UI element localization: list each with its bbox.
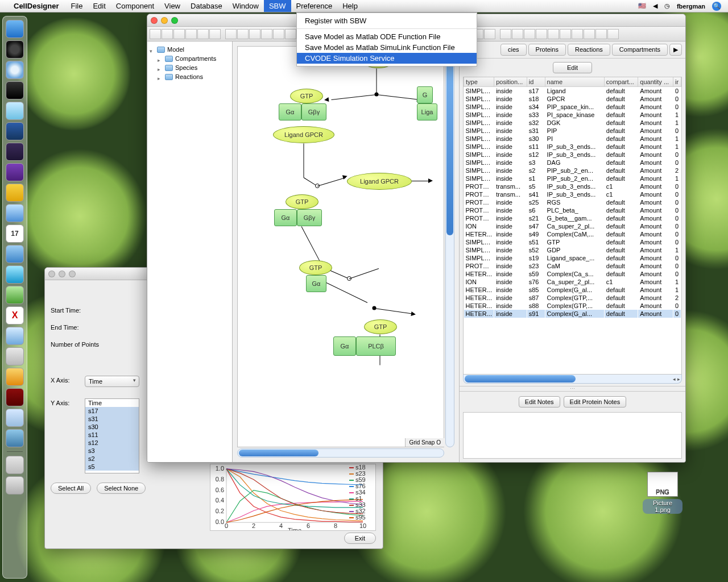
table-row[interactable]: PROTEINinsides21G_beta__gam...defaultAmo… [464, 214, 681, 222]
table-row[interactable]: SIMPLE_...insides2PIP_sub_2_en...default… [464, 167, 681, 174]
table-row[interactable]: HETER...insides91Complex(G_al...defaultA… [464, 310, 681, 318]
minimize-icon[interactable] [59, 271, 65, 277]
menu-window[interactable]: Window [228, 0, 264, 12]
realplayer-icon[interactable] [6, 245, 24, 263]
table-row[interactable]: SIMPLE_...insides34PIP_space_kin...defau… [464, 103, 681, 111]
toolbar-button[interactable] [524, 29, 535, 39]
col-header[interactable]: quantity ... [638, 77, 673, 87]
toolbar-button[interactable] [273, 29, 284, 39]
yaxis-list[interactable]: Times17s31s30s11s12s3s2s5 [85, 398, 139, 473]
col-header[interactable]: id [527, 77, 545, 87]
systemprefs-icon[interactable] [6, 347, 24, 365]
x11-icon[interactable]: X [6, 306, 24, 325]
diagram-vscroll[interactable] [445, 46, 454, 447]
toolbar-button[interactable] [536, 29, 547, 39]
itunes-icon[interactable] [6, 102, 24, 120]
tree-node[interactable]: Reactions [175, 73, 203, 80]
node-rect[interactable]: Gα [333, 336, 356, 356]
dropdown-item[interactable]: Save Model as Matlab ODE Function File [297, 31, 477, 42]
toolbar-button[interactable] [209, 29, 221, 39]
menu-component[interactable]: Component [111, 0, 159, 12]
table-row[interactable]: HETER...insides87Complex(GTP,...defaultA… [464, 294, 681, 302]
globe-icon[interactable] [6, 429, 24, 447]
node-rect[interactable]: G [417, 86, 433, 103]
select-none-button[interactable]: Select None [97, 483, 146, 494]
toolbar-button[interactable] [548, 29, 559, 39]
volume-icon[interactable]: ◀ [653, 2, 657, 10]
dropdown-item[interactable]: Save Model as Matlab SimuLink Function F… [297, 42, 477, 53]
node-rect[interactable]: Gβγ [297, 209, 322, 226]
table-row[interactable]: PROTEINtransm...s5IP_sub_3_ends...c1Amou… [464, 182, 681, 190]
node-rect[interactable]: Gα [306, 275, 326, 292]
node-rect[interactable]: Liga [417, 103, 437, 120]
edit-protein-notes-button[interactable]: Edit Protein Notes [564, 396, 627, 408]
yaxis-option[interactable]: s11 [85, 431, 139, 439]
yaxis-option[interactable]: s2 [85, 455, 139, 463]
mail-icon[interactable] [6, 456, 24, 474]
table-row[interactable]: HETER...insides88Complex(GTP,...defaultA… [464, 302, 681, 310]
table-row[interactable]: SIMPLE_...insides32DGKdefaultAmount1 [464, 119, 681, 127]
model-tree[interactable]: Model CompartmentsSpeciesReactions [147, 41, 233, 462]
menu-view[interactable]: View [159, 0, 185, 12]
zoom-icon[interactable] [171, 17, 178, 24]
ical-icon[interactable]: 17 [6, 225, 24, 243]
toolbar-button[interactable] [584, 29, 595, 39]
dropdown-item[interactable]: Register with SBW [297, 15, 477, 26]
yaxis-option[interactable]: s17 [85, 407, 139, 415]
toolbar-button[interactable] [249, 29, 260, 39]
table-row[interactable]: SIMPLE_...insides52GDPdefaultAmount1 [464, 246, 681, 254]
node-ellipse[interactable]: Ligand GPCR [347, 173, 412, 190]
toolbar-button[interactable] [572, 29, 583, 39]
toolbar-button[interactable] [607, 29, 619, 39]
finder-icon[interactable] [6, 20, 24, 38]
col-header[interactable]: ir [673, 77, 681, 87]
toolbar-button[interactable] [595, 29, 607, 39]
tab-more[interactable]: ▶ [669, 44, 682, 56]
tree-root[interactable]: Model [167, 46, 184, 53]
node-rect[interactable]: Gβγ [301, 103, 326, 120]
clock-icon[interactable]: ◷ [664, 2, 670, 10]
table-row[interactable]: HETER...insides85Complex(G_al...defaultA… [464, 286, 681, 294]
menu-sbw[interactable]: SBW [264, 0, 291, 12]
menu-preference[interactable]: Preference [291, 0, 338, 12]
menu-database[interactable]: Database [185, 0, 228, 12]
terminal-icon[interactable] [6, 81, 24, 99]
yaxis-option[interactable]: Time [85, 399, 139, 407]
node-rect[interactable]: PLCβ [356, 336, 396, 356]
edit-button[interactable]: Edit [553, 62, 592, 73]
toolbar-button[interactable] [560, 29, 571, 39]
toolbar-button[interactable] [512, 29, 523, 39]
panel-resize-handle[interactable]: ⋯ [460, 386, 685, 392]
eclipse-icon[interactable] [6, 143, 24, 161]
yaxis-option[interactable]: s3 [85, 447, 139, 455]
table-row[interactable]: IONinsides47Ca_super_2_pl...defaultAmoun… [464, 222, 681, 230]
table-row[interactable]: SIMPLE_...insides17LiganddefaultAmount0 [464, 87, 681, 95]
node-ellipse[interactable]: GTP [286, 194, 318, 209]
diagram-pane[interactable]: GTPGTPGαGβγGLigaLigand GPCRLigand GPCRGT… [233, 41, 459, 462]
safari-icon[interactable] [6, 61, 24, 79]
toolbar-button[interactable] [173, 29, 185, 39]
node-ellipse[interactable]: GTP [290, 89, 323, 103]
edit-notes-button[interactable]: Edit Notes [519, 396, 560, 408]
toolbar-button[interactable] [285, 29, 296, 39]
toolbar-button[interactable] [237, 29, 249, 39]
notes-area[interactable] [463, 412, 682, 459]
dashboard-icon[interactable] [6, 40, 24, 59]
table-row[interactable]: PROTEINinsides25RGSdefaultAmount0 [464, 198, 681, 206]
tab-compartments[interactable]: Compartments [612, 44, 668, 56]
xaxis-select[interactable]: Time [85, 376, 139, 387]
toolbar-button[interactable] [500, 29, 511, 39]
table-row[interactable]: SIMPLE_...insides11IP_sub_3_ends...defau… [464, 143, 681, 151]
toolbar-button[interactable] [162, 29, 173, 39]
tree-node[interactable]: Species [175, 64, 197, 71]
table-row[interactable]: PROTEINinsides23CaMdefaultAmount0 [464, 262, 681, 270]
user-name[interactable]: fbergman [677, 3, 705, 10]
tree-node[interactable]: Compartments [175, 55, 216, 62]
table-row[interactable]: SIMPLE_...insides1PIP_sub_2_en...default… [464, 174, 681, 182]
col-header[interactable]: position... [494, 77, 527, 87]
toolbar-button[interactable] [150, 29, 161, 39]
menu-file[interactable]: File [65, 0, 88, 12]
trash-icon[interactable] [6, 476, 24, 494]
jedit-icon[interactable] [6, 122, 24, 140]
node-ellipse[interactable]: Ligand GPCR [273, 126, 334, 143]
